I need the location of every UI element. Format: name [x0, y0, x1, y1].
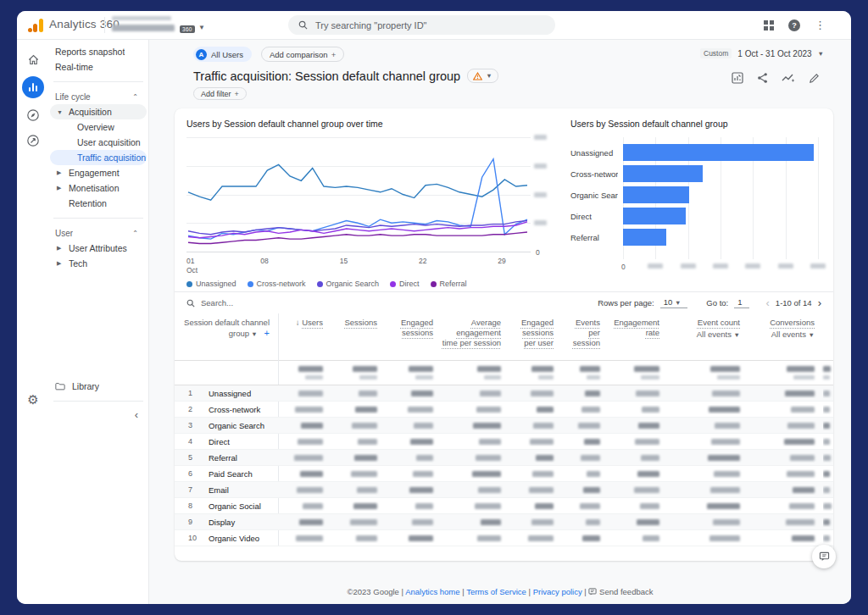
app-window: Analytics 360 360 ▼ Try searching "prope… [17, 11, 851, 604]
table-search-input[interactable]: Search... [186, 298, 233, 308]
column-header-engagement-rate[interactable]: Engagement rate [609, 313, 668, 360]
bar-referral[interactable] [623, 229, 666, 246]
edit-pencil-icon[interactable] [809, 73, 820, 84]
apps-grid-icon[interactable] [764, 20, 774, 30]
redacted-value [531, 391, 554, 396]
bar-organic-search[interactable] [623, 186, 689, 203]
redacted-y-axis-label [534, 163, 547, 169]
add-filter-button[interactable]: Add filter+ [193, 87, 247, 100]
sidebar-item-monetisation[interactable]: ▶Monetisation [50, 180, 147, 196]
column-header-event-count[interactable]: Event countAll events ▼ [668, 313, 748, 360]
reports-icon-selected[interactable] [22, 76, 44, 98]
table-row-direct[interactable]: 4Direct [175, 434, 833, 450]
sidebar-item-reports-snapshot[interactable]: Reports snapshot [50, 44, 147, 59]
sidebar-item-real-time[interactable]: Real-time [50, 59, 147, 75]
share-icon[interactable] [757, 72, 768, 84]
collapse-nav-icon[interactable]: ‹ [135, 408, 138, 421]
metric-cell [278, 389, 331, 398]
column-subheader[interactable]: All events ▼ [668, 330, 740, 340]
table-row-organic-social[interactable]: 8Organic Social [175, 498, 833, 514]
analytics-home-link[interactable]: Analytics home [405, 587, 459, 596]
column-header-label: Users [302, 318, 323, 327]
bar-category-label: Unassigned [570, 148, 618, 158]
redacted-value [538, 375, 554, 380]
send-feedback-link[interactable]: Send feedback [599, 587, 653, 596]
metric-cell [562, 453, 609, 463]
metric-cell [386, 469, 442, 479]
column-header-sessions[interactable]: Sessions [331, 313, 386, 360]
feedback-fab-button[interactable] [812, 545, 836, 568]
redacted-value [476, 455, 501, 461]
insights-icon[interactable] [782, 72, 795, 84]
metric-cell [748, 518, 823, 527]
line-chart-legend: UnassignedCross-networkOrganic SearchDir… [186, 280, 467, 288]
rows-per-page-select[interactable]: 10 ▼ [660, 297, 688, 308]
column-header-engaged-sessions-per-user[interactable]: Engaged sessions per user [509, 313, 562, 360]
global-search-input[interactable]: Try searching "property ID" [288, 15, 555, 35]
line-chart[interactable]: 001Oct08152229 [186, 134, 556, 274]
customize-report-icon[interactable] [732, 72, 743, 84]
column-subheader[interactable]: All events ▼ [748, 330, 815, 340]
redacted-value [300, 471, 323, 477]
metric-cell [609, 453, 668, 463]
totals-cell [562, 364, 609, 382]
sidebar-item-user-attributes[interactable]: ▶User Attributes [50, 241, 147, 256]
column-header-users[interactable]: ↓ Users [278, 313, 331, 360]
table-row-paid-search[interactable]: 6Paid Search [175, 466, 833, 482]
table-row-email[interactable]: 7Email [175, 482, 833, 498]
dimension-column-header[interactable]: Session default channel group ▼+ [175, 313, 278, 360]
table-row-referral[interactable]: 5Referral [175, 450, 833, 466]
redacted-value [477, 535, 501, 541]
bar-unassigned[interactable] [623, 144, 814, 161]
terms-link[interactable]: Terms of Service [466, 587, 526, 596]
more-options-icon[interactable]: ⋮ [815, 19, 826, 30]
next-page-icon[interactable]: › [818, 297, 821, 308]
dimension-caret-icon: ▼ [249, 330, 258, 338]
goto-page-input[interactable]: 1 [734, 297, 748, 308]
legend-dot [431, 281, 437, 287]
bar-chart[interactable]: UnassignedCross-networkOrganic SearchDir… [570, 137, 821, 273]
advertising-icon[interactable] [25, 132, 42, 149]
bar-cross-network[interactable] [623, 165, 703, 182]
sidebar-item-tech[interactable]: ▶Tech [50, 256, 147, 271]
explore-icon[interactable] [25, 107, 42, 124]
tick-sublabel: Oct [186, 266, 198, 275]
add-dimension-icon[interactable]: + [264, 328, 270, 338]
metric-cell [331, 485, 386, 495]
data-quality-pill[interactable]: ▼ [467, 69, 498, 83]
table-row-display[interactable]: 9Display [175, 514, 833, 530]
home-icon[interactable] [25, 51, 42, 68]
table-row-organic-video[interactable]: 10Organic Video [175, 530, 833, 546]
bar-direct[interactable] [623, 208, 686, 224]
sidebar-item-retention[interactable]: Retention [50, 196, 147, 211]
sidebar-item-traffic-acquisition[interactable]: Traffic acquisition [50, 150, 147, 165]
column-header-average-engagement-time-per-session[interactable]: Average engagement time per session [442, 313, 509, 360]
add-comparison-button[interactable]: Add comparison+ [261, 47, 344, 62]
help-icon[interactable]: ? [788, 19, 800, 31]
metric-cell [562, 405, 609, 414]
column-header-conversions[interactable]: ConversionsAll events ▼ [748, 313, 823, 360]
analytics-logo-icon[interactable] [28, 18, 43, 32]
redacted-value [587, 471, 600, 477]
all-users-segment-chip[interactable]: A All Users [193, 47, 252, 62]
column-header-events-per-session[interactable]: Events per session [562, 313, 609, 360]
row-dimension-cell: 4Direct [175, 437, 278, 446]
metric-cell [668, 421, 748, 430]
sidebar-item-user-acquisition[interactable]: User acquisition [50, 135, 147, 150]
table-row-unassigned[interactable]: 1Unassigned [175, 385, 833, 402]
sidebar-item-library[interactable]: Library [50, 379, 147, 394]
sidebar-item-engagement[interactable]: ▶Engagement [50, 165, 147, 180]
privacy-link[interactable]: Privacy policy [533, 587, 582, 596]
account-switcher[interactable]: 360 ▼ [112, 14, 256, 36]
prev-page-icon[interactable]: ‹ [766, 297, 770, 308]
date-range-picker[interactable]: Custom 1 Oct - 31 Oct 2023 ▼ [700, 48, 824, 58]
column-header-engaged-sessions[interactable]: Engaged sessions [386, 313, 442, 360]
table-row-cross-network[interactable]: 2Cross-network [175, 402, 833, 418]
table-row-organic-search[interactable]: 3Organic Search [175, 418, 833, 434]
metric-cell [442, 389, 509, 398]
sidebar-item-acquisition[interactable]: ▼Acquisition [50, 104, 147, 119]
sidebar-item-overview[interactable]: Overview [50, 119, 147, 135]
sidebar-item-label: Monetisation [69, 183, 120, 193]
admin-gear-icon[interactable]: ⚙ [25, 391, 42, 408]
nav-divider [53, 401, 143, 402]
